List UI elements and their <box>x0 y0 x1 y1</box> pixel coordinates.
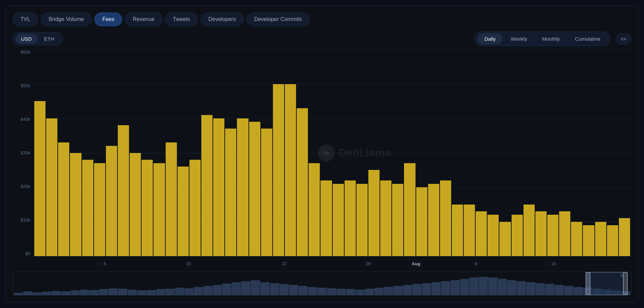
grid-and-bars: 🦙 DefiLlama <box>33 50 631 256</box>
chart-bar[interactable] <box>428 184 439 256</box>
mini-bar <box>270 283 279 295</box>
chart-bar[interactable] <box>499 222 511 256</box>
mini-bar <box>393 286 403 295</box>
tab-row: TVLBridge VolumeFeesRevenueTweetsDevelop… <box>13 13 631 26</box>
chart-bar[interactable] <box>261 129 272 256</box>
chart-bar[interactable] <box>201 115 213 256</box>
chart-bar[interactable] <box>607 225 618 256</box>
chart-bar[interactable] <box>368 170 380 256</box>
chart-bar[interactable] <box>571 222 582 256</box>
chart-bar[interactable] <box>476 211 487 256</box>
chart-bar[interactable] <box>106 146 117 256</box>
mini-bar <box>517 281 526 295</box>
chart-bar[interactable] <box>70 153 81 256</box>
chart-bar[interactable] <box>142 160 153 256</box>
tab-bridge-volume[interactable]: Bridge Volume <box>41 13 92 26</box>
chart-bar[interactable] <box>512 215 523 256</box>
chart-bar[interactable] <box>82 160 93 256</box>
tab-tvl[interactable]: TVL <box>13 13 38 26</box>
mini-bars <box>13 272 631 295</box>
chart-bar[interactable] <box>285 84 296 256</box>
mini-bar <box>574 287 583 295</box>
main-container: TVLBridge VolumeFeesRevenueTweetsDevelop… <box>5 5 639 303</box>
period-cumulative[interactable]: Cumulative <box>568 33 607 44</box>
mini-bar <box>289 285 298 295</box>
range-selector[interactable]: ||| <box>13 272 631 295</box>
period-daily[interactable]: Daily <box>478 33 502 44</box>
chart-bar[interactable] <box>213 118 224 256</box>
currency-eth[interactable]: ETH <box>39 34 60 44</box>
chart-bar[interactable] <box>333 184 344 256</box>
mini-bar <box>479 277 488 295</box>
chart-bar[interactable] <box>249 122 260 256</box>
chart-bar[interactable] <box>130 153 141 256</box>
chart-bar[interactable] <box>380 180 391 256</box>
chart-bar[interactable] <box>559 211 570 256</box>
chart-bar[interactable] <box>309 163 320 256</box>
chart-bar[interactable] <box>178 167 189 256</box>
chart-bar[interactable] <box>166 142 177 256</box>
chart-bar[interactable] <box>225 129 236 256</box>
chart-bar[interactable] <box>46 118 57 256</box>
tab-fees[interactable]: Fees <box>94 13 122 26</box>
chart-bar[interactable] <box>619 218 630 256</box>
chart-bar[interactable] <box>118 125 129 256</box>
period-monthly[interactable]: Monthly <box>535 33 567 44</box>
bars-container <box>33 50 631 256</box>
controls-row: USDETH DailyWeeklyMonthlyCumulative <> <box>13 32 631 46</box>
chart-bar[interactable] <box>320 180 332 256</box>
chart-bar[interactable] <box>356 184 368 256</box>
mini-bar <box>498 279 507 295</box>
chart-bar[interactable] <box>345 180 356 256</box>
x-axis: 8152229Aug815 <box>33 257 631 270</box>
tab-developer-commits[interactable]: Developer Commits <box>246 13 310 26</box>
mini-bar <box>374 288 384 295</box>
chart-bar[interactable] <box>392 184 403 256</box>
period-toggle: DailyWeeklyMonthlyCumulative <box>475 32 610 46</box>
chart-bar[interactable] <box>487 215 499 256</box>
mini-bar <box>251 280 260 295</box>
chart-bar[interactable] <box>404 163 415 256</box>
mini-bar <box>346 289 355 295</box>
mini-bar <box>317 288 327 295</box>
chart-bar[interactable] <box>297 108 308 256</box>
chart-bar[interactable] <box>153 163 165 256</box>
chart-bar[interactable] <box>547 215 558 256</box>
period-weekly[interactable]: Weekly <box>504 33 534 44</box>
mini-bar <box>422 283 431 295</box>
mini-bar <box>213 285 222 295</box>
chart-bar[interactable] <box>34 101 45 256</box>
currency-usd[interactable]: USD <box>16 34 37 44</box>
chart-bar[interactable] <box>535 211 547 256</box>
tab-developers[interactable]: Developers <box>201 13 244 26</box>
chart-bar[interactable] <box>452 205 463 256</box>
mini-bar <box>507 280 516 295</box>
chart-bar[interactable] <box>94 163 105 256</box>
chart-bar[interactable] <box>58 142 69 256</box>
chart-area: $60k$50k$40k$30k$20k$10k$0 🦙 DefiLlama 8… <box>13 50 631 295</box>
range-icon: ||| <box>621 273 624 277</box>
chart-bar[interactable] <box>273 84 284 256</box>
chart-bar[interactable] <box>523 205 535 256</box>
chart-bar[interactable] <box>464 205 475 256</box>
mini-bar <box>14 293 23 295</box>
tab-tweets[interactable]: Tweets <box>165 13 198 26</box>
x-axis-label: 8 <box>104 261 106 266</box>
chart-bar[interactable] <box>237 118 248 256</box>
chart-bar[interactable] <box>189 160 201 256</box>
tab-revenue[interactable]: Revenue <box>125 13 162 26</box>
mini-bar <box>147 290 156 295</box>
embed-button[interactable]: <> <box>616 33 631 45</box>
chart-bar[interactable] <box>440 180 451 256</box>
range-handle-left[interactable] <box>586 272 590 295</box>
chart-bar[interactable] <box>416 187 427 256</box>
chart-bar[interactable] <box>583 225 594 256</box>
y-axis-label: $30k <box>13 150 33 155</box>
mini-bar <box>431 282 441 295</box>
mini-bar <box>450 280 460 295</box>
mini-bar <box>308 287 317 295</box>
chart-bar[interactable] <box>595 222 606 256</box>
mini-bar <box>336 289 346 295</box>
mini-bar <box>564 286 573 295</box>
mini-bar <box>166 289 175 295</box>
